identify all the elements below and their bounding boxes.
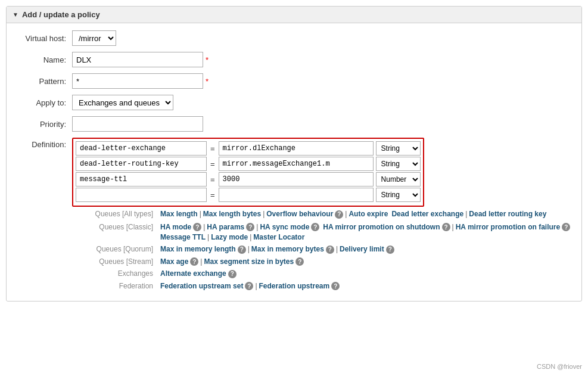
def-type-empty[interactable]: String Number Boolean List bbox=[376, 188, 421, 202]
hint-federation-upstream-set[interactable]: Federation upstream set bbox=[160, 282, 243, 290]
definition-box: = String Number Boolean List = bbox=[72, 138, 424, 207]
federation-category: Federation bbox=[74, 282, 158, 290]
def-key-1[interactable] bbox=[76, 141, 207, 156]
pattern-required-star: * bbox=[206, 77, 209, 86]
apply-to-select[interactable]: Exchanges and queues Exchanges Queues bbox=[72, 95, 173, 110]
hint-lazy-mode[interactable]: Lazy mode bbox=[211, 233, 248, 241]
def-row-3: = String Number Boolean List bbox=[76, 172, 421, 187]
def-row-1: = String Number Boolean List bbox=[76, 141, 421, 156]
max-in-memory-length-help-icon[interactable]: ? bbox=[238, 246, 246, 254]
hint-overflow-behaviour[interactable]: Overflow behaviour bbox=[266, 210, 333, 218]
hint-row-queues-all: Queues [All types] Max length | Max leng… bbox=[74, 209, 575, 219]
hint-master-locator[interactable]: Master Locator bbox=[253, 233, 304, 241]
def-val-1[interactable] bbox=[219, 141, 374, 156]
hint-max-age[interactable]: Max age bbox=[160, 257, 188, 266]
hint-max-length[interactable]: Max length bbox=[160, 210, 198, 218]
hint-row-queues-stream: Queues [Stream] Max age ? | Max segment … bbox=[74, 257, 575, 266]
def-type-2[interactable]: String Number Boolean List bbox=[376, 157, 421, 171]
hints-section: Queues [All types] Max length | Max leng… bbox=[72, 209, 575, 290]
def-row-2: = String Number Boolean List bbox=[76, 157, 421, 171]
panel-title: Add / update a policy bbox=[22, 10, 100, 19]
queues-classic-links: HA mode ? | HA params ? | HA sync mode ?… bbox=[160, 222, 575, 242]
def-val-empty[interactable] bbox=[219, 188, 374, 202]
overflow-help-icon[interactable]: ? bbox=[335, 210, 343, 219]
hint-message-ttl[interactable]: Message TTL bbox=[160, 233, 206, 241]
virtual-host-select[interactable]: /mirror / default bbox=[72, 30, 116, 46]
def-eq-1: = bbox=[207, 144, 219, 153]
queues-all-links: Max length | Max length bytes | Overflow… bbox=[160, 209, 546, 219]
def-val-3[interactable] bbox=[219, 172, 374, 187]
priority-row: Priority: bbox=[13, 116, 575, 132]
def-row-empty: = String Number Boolean List bbox=[76, 188, 421, 202]
hint-max-in-memory-length[interactable]: Max in memory length bbox=[160, 245, 236, 253]
def-key-2[interactable] bbox=[76, 157, 207, 171]
hint-max-length-bytes[interactable]: Max length bytes bbox=[203, 210, 261, 218]
delivery-limit-help-icon[interactable]: ? bbox=[386, 246, 394, 254]
panel-header: ▼ Add / update a policy bbox=[7, 7, 581, 23]
hint-alternate-exchange[interactable]: Alternate exchange bbox=[160, 269, 226, 278]
max-in-memory-bytes-help-icon[interactable]: ? bbox=[326, 246, 334, 254]
hint-ha-mode[interactable]: HA mode bbox=[160, 223, 191, 231]
hint-ha-mirror-shutdown[interactable]: HA mirror promotion on shutdown bbox=[323, 223, 440, 231]
queues-stream-links: Max age ? | Max segment size in bytes ? bbox=[160, 257, 304, 266]
name-input[interactable] bbox=[72, 52, 203, 67]
max-age-help-icon[interactable]: ? bbox=[190, 257, 198, 266]
hint-row-federation: Federation Federation upstream set ? | F… bbox=[74, 282, 575, 291]
queues-all-category: Queues [All types] bbox=[74, 210, 158, 218]
def-key-empty[interactable] bbox=[76, 188, 207, 202]
hint-federation-upstream[interactable]: Federation upstream bbox=[259, 282, 330, 290]
virtual-host-label: Virtual host: bbox=[13, 34, 72, 43]
def-key-3[interactable] bbox=[76, 172, 207, 187]
hint-ha-params[interactable]: HA params bbox=[207, 223, 244, 231]
queues-quorum-category: Queues [Quorum] bbox=[74, 245, 158, 253]
federation-upstream-set-help-icon[interactable]: ? bbox=[245, 282, 253, 290]
hint-ha-sync-mode[interactable]: HA sync mode bbox=[260, 223, 309, 231]
hint-row-queues-quorum: Queues [Quorum] Max in memory length ? |… bbox=[74, 245, 575, 254]
virtual-host-row: Virtual host: /mirror / default bbox=[13, 30, 575, 46]
def-val-2[interactable] bbox=[219, 157, 374, 171]
definition-area: Definition: = String Number Boolean List bbox=[13, 138, 575, 294]
name-row: Name: * bbox=[13, 52, 575, 67]
priority-label: Priority: bbox=[13, 120, 72, 129]
priority-input[interactable] bbox=[72, 116, 203, 132]
definition-container: = String Number Boolean List = bbox=[72, 138, 575, 294]
queues-quorum-links: Max in memory length ? | Max in memory b… bbox=[160, 245, 394, 254]
ha-params-help-icon[interactable]: ? bbox=[246, 223, 254, 231]
hint-ha-mirror-failure[interactable]: HA mirror promotion on failure bbox=[456, 223, 561, 231]
panel-body: Virtual host: /mirror / default Name: * … bbox=[7, 23, 581, 301]
ha-mirror-shutdown-help-icon[interactable]: ? bbox=[442, 223, 450, 231]
ha-mirror-failure-help-icon[interactable]: ? bbox=[562, 223, 570, 231]
federation-upstream-help-icon[interactable]: ? bbox=[331, 282, 340, 290]
hint-auto-expire[interactable]: Auto expire bbox=[349, 210, 388, 218]
ha-sync-mode-help-icon[interactable]: ? bbox=[311, 223, 319, 231]
alternate-exchange-help-icon[interactable]: ? bbox=[228, 270, 237, 278]
hint-row-queues-classic: Queues [Classic] HA mode ? | HA params ?… bbox=[74, 222, 575, 242]
max-segment-help-icon[interactable]: ? bbox=[295, 257, 304, 266]
policy-panel: ▼ Add / update a policy Virtual host: /m… bbox=[6, 6, 582, 302]
ha-mode-help-icon[interactable]: ? bbox=[193, 223, 201, 231]
def-type-1[interactable]: String Number Boolean List bbox=[376, 141, 421, 156]
def-type-3[interactable]: String Number Boolean List bbox=[376, 172, 421, 187]
hint-dead-letter-exchange[interactable]: Dead letter exchange bbox=[391, 210, 463, 218]
apply-to-row: Apply to: Exchanges and queues Exchanges… bbox=[13, 95, 575, 110]
hint-row-exchanges: Exchanges Alternate exchange ? bbox=[74, 269, 575, 278]
name-required-star: * bbox=[206, 55, 209, 64]
definition-label: Definition: bbox=[13, 138, 72, 149]
hint-delivery-limit[interactable]: Delivery limit bbox=[340, 245, 384, 253]
federation-links: Federation upstream set ? | Federation u… bbox=[160, 282, 340, 291]
pattern-input[interactable] bbox=[72, 73, 203, 89]
pattern-label: Pattern: bbox=[13, 77, 72, 86]
collapse-arrow-icon[interactable]: ▼ bbox=[13, 11, 18, 18]
def-eq-2: = bbox=[207, 160, 219, 169]
def-eq-3: = bbox=[207, 175, 219, 184]
exchanges-category: Exchanges bbox=[74, 269, 158, 278]
hint-max-segment-size[interactable]: Max segment size in bytes bbox=[204, 257, 294, 266]
queues-stream-category: Queues [Stream] bbox=[74, 257, 158, 266]
queues-classic-category: Queues [Classic] bbox=[74, 223, 158, 231]
exchanges-links: Alternate exchange ? bbox=[160, 269, 237, 278]
def-eq-empty: = bbox=[207, 191, 219, 200]
apply-to-label: Apply to: bbox=[13, 98, 72, 107]
hint-dead-letter-routing-key[interactable]: Dead letter routing key bbox=[469, 210, 546, 218]
name-label: Name: bbox=[13, 55, 72, 64]
hint-max-in-memory-bytes[interactable]: Max in memory bytes bbox=[251, 245, 324, 253]
